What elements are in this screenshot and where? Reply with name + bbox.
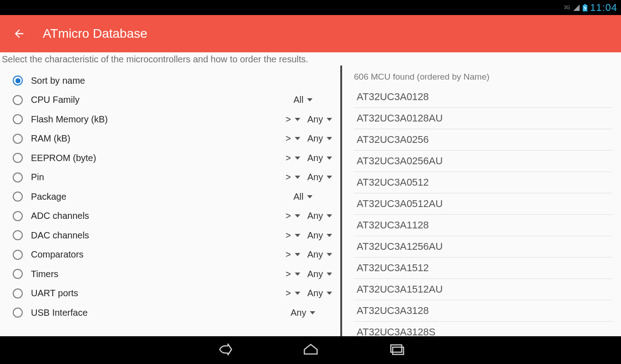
status-bar: 3G 11:04 [0,0,621,15]
filter-dropdown[interactable]: Any [305,133,335,144]
filter-dropdown[interactable]: > [280,269,303,279]
filter-dropdown[interactable]: Any [271,308,335,318]
filter-row: UART ports>Any [13,284,335,303]
filter-radio[interactable] [13,192,23,202]
dropdown-value: Any [308,153,323,163]
filter-dropdown[interactable]: Any [305,153,335,163]
dropdown-value: Any [308,249,323,260]
filter-dropdown[interactable]: All [271,192,335,202]
nav-back-button[interactable] [215,343,233,356]
result-item[interactable]: AT32UC3A1256AU [354,236,612,258]
result-item[interactable]: AT32UC3A0512 [354,172,612,193]
filter-label: Comparators [31,249,280,260]
caret-down-icon [307,98,313,101]
filter-row: USB InterfaceAny [13,303,335,323]
filter-radio[interactable] [13,308,23,318]
filter-dropdown[interactable]: > [280,153,303,163]
dropdown-value: > [286,269,291,279]
dropdown-value: All [293,192,303,202]
filter-radio[interactable] [13,172,23,182]
dropdown-value: All [293,95,303,105]
filter-dropdown[interactable]: > [280,288,303,298]
filter-dropdown[interactable]: > [280,114,303,125]
caret-down-icon [310,311,315,314]
caret-down-icon [327,292,332,295]
result-item[interactable]: AT32UC3A0128AU [354,108,612,129]
filter-radio[interactable] [13,153,23,163]
caret-down-icon [327,137,332,140]
filter-row: PackageAll [13,187,335,207]
filter-radio[interactable] [13,134,23,144]
result-item[interactable]: AT32UC3A0512AU [354,193,612,215]
filter-controls: All [271,192,335,202]
result-item[interactable]: AT32UC3A0256AU [354,151,612,172]
result-item[interactable]: AT32UC3A0256 [354,129,612,151]
filter-dropdown[interactable]: > [280,133,303,144]
back-button[interactable] [13,27,25,40]
result-item[interactable]: AT32UC3A1128 [354,215,612,236]
clock-time: 11:04 [590,2,617,14]
filter-radio[interactable] [13,288,23,298]
nav-recent-button[interactable] [388,343,406,356]
filter-dropdown[interactable]: Any [305,211,335,221]
filter-dropdown[interactable]: > [280,249,303,260]
filter-row: CPU FamilyAll [13,91,335,110]
caret-down-icon [295,137,300,140]
result-item[interactable]: AT32UC3A3128S [354,322,612,336]
caret-down-icon [327,118,332,121]
filter-dropdown[interactable]: Any [305,269,335,279]
filter-controls: >Any [280,288,335,298]
dropdown-value: > [286,114,291,125]
result-item[interactable]: AT32UC3A3128 [354,300,612,322]
caret-down-icon [295,273,300,276]
dropdown-value: Any [308,211,323,221]
filter-radio[interactable] [13,269,23,279]
filter-panel: Sort by nameCPU FamilyAllFlash Memory (k… [0,66,340,336]
filter-label: RAM (kB) [31,133,280,144]
filter-controls: >Any [280,153,335,163]
filter-dropdown[interactable]: Any [305,249,335,260]
filter-dropdown[interactable]: Any [305,114,335,125]
filter-controls: >Any [280,211,335,221]
filter-label: EEPROM (byte) [31,153,280,163]
caret-down-icon [295,234,300,237]
result-item[interactable]: AT32UC3A1512 [354,258,612,279]
result-item[interactable]: AT32UC3A0128 [354,86,612,108]
filter-radio[interactable] [13,250,23,260]
dropdown-value: Any [308,172,323,182]
filter-row: RAM (kB)>Any [13,129,335,149]
filter-dropdown[interactable]: Any [305,288,335,298]
filter-radio[interactable] [13,76,23,86]
svg-rect-1 [584,4,586,5]
filter-dropdown[interactable]: All [271,95,335,105]
filter-controls: All [271,95,335,105]
caret-down-icon [295,176,300,179]
caret-down-icon [327,176,332,179]
caret-down-icon [295,253,300,256]
dropdown-value: Any [308,288,323,298]
caret-down-icon [327,157,332,160]
caret-down-icon [327,253,332,256]
filter-label: UART ports [31,288,280,298]
filter-dropdown[interactable]: > [280,172,303,182]
filter-radio[interactable] [13,230,23,240]
dropdown-value: Any [308,230,323,241]
filter-radio[interactable] [13,114,23,124]
nav-home-button[interactable] [302,343,320,356]
filter-row: EEPROM (byte)>Any [13,148,335,168]
filter-dropdown[interactable]: Any [305,172,335,182]
filter-label: Sort by name [31,76,335,86]
filter-dropdown[interactable]: > [280,230,303,241]
filter-dropdown[interactable]: > [280,211,303,221]
filter-radio[interactable] [13,95,23,105]
result-item[interactable]: AT32UC3A1512AU [354,279,612,300]
app-title: ATmicro Database [43,26,147,41]
filter-radio[interactable] [13,211,23,221]
dropdown-value: Any [308,269,323,279]
app-bar: ATmicro Database [0,15,621,52]
caret-down-icon [295,214,300,217]
filter-dropdown[interactable]: Any [305,230,335,241]
filter-row: Pin>Any [13,168,335,187]
network-3g-indicator: 3G [564,5,570,10]
filter-controls: >Any [280,172,335,182]
